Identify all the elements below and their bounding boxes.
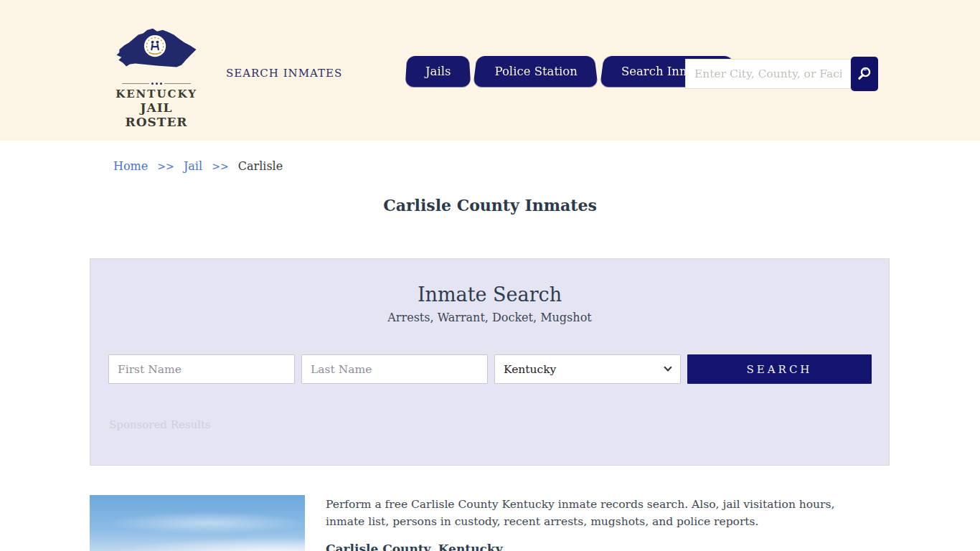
- site-logo[interactable]: KENTUCKY JAIL ROSTER: [112, 23, 201, 129]
- breadcrumb-home-link[interactable]: Home: [113, 159, 148, 173]
- page: KENTUCKY JAIL ROSTER SEARCH INMATES Jail…: [0, 0, 980, 551]
- inmate-search-subheading: Arrests, Warrant, Docket, Mugshot: [90, 311, 889, 324]
- search-submit-button[interactable]: SEARCH: [687, 354, 872, 384]
- header-tagline: SEARCH INMATES: [226, 67, 342, 80]
- inmate-search-form: Kentucky SEARCH: [108, 354, 872, 384]
- page-title: Carlisle County Inmates: [0, 196, 980, 215]
- nav-police-station-label: Police Station: [494, 65, 577, 78]
- header-search-button[interactable]: [851, 57, 878, 91]
- intro-paragraph: Perform a free Carlisle County Kentucky …: [326, 496, 868, 530]
- first-name-input[interactable]: [108, 354, 295, 384]
- breadcrumb-current: Carlisle: [238, 159, 283, 173]
- sponsored-results-label: Sponsored Results: [109, 418, 211, 431]
- nav-jails-label: Jails: [425, 65, 451, 78]
- site-header: KENTUCKY JAIL ROSTER SEARCH INMATES Jail…: [0, 0, 980, 141]
- county-section-heading: Carlisle County, Kentucky: [326, 542, 503, 551]
- breadcrumb-jail-link[interactable]: Jail: [184, 159, 202, 173]
- kentucky-state-seal-icon: [114, 67, 199, 80]
- state-select[interactable]: Kentucky: [494, 354, 681, 384]
- header-search: [685, 57, 878, 91]
- breadcrumb-separator: >>: [157, 161, 174, 172]
- breadcrumb: Home >> Jail >> Carlisle: [113, 159, 283, 173]
- inmate-search-panel: Inmate Search Arrests, Warrant, Docket, …: [90, 258, 890, 466]
- breadcrumb-separator: >>: [212, 161, 228, 172]
- county-photo-sky: [90, 495, 305, 551]
- search-icon: [856, 65, 873, 84]
- nav-police-station-button[interactable]: Police Station: [475, 55, 596, 87]
- facility-search-input[interactable]: [685, 59, 851, 89]
- logo-text-jail-roster: JAIL ROSTER: [112, 100, 201, 129]
- logo-divider: [122, 83, 191, 85]
- logo-text-kentucky: KENTUCKY: [112, 88, 201, 100]
- last-name-input[interactable]: [301, 354, 488, 384]
- state-select-wrap: Kentucky: [494, 354, 681, 384]
- nav-jails-button[interactable]: Jails: [406, 55, 470, 87]
- inmate-search-heading: Inmate Search: [90, 283, 889, 306]
